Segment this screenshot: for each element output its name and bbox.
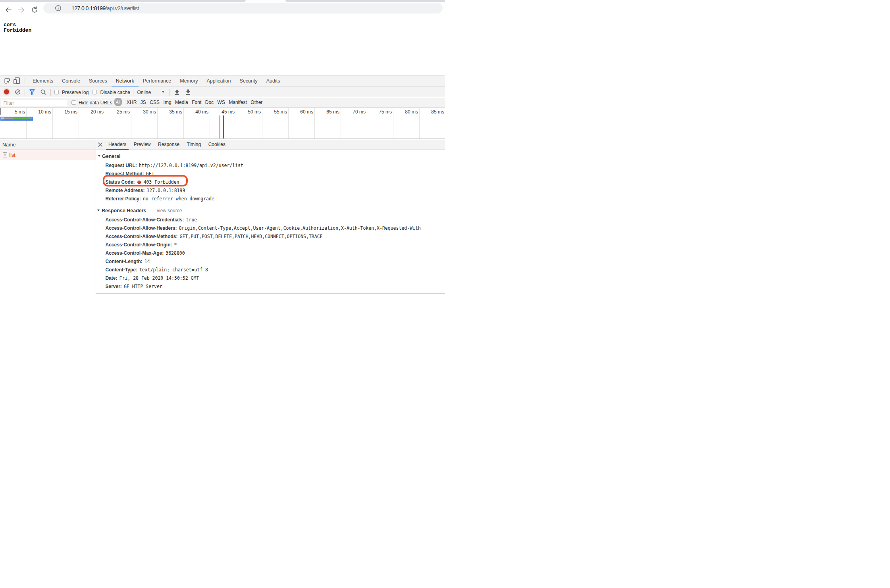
throttling-caret-icon[interactable] [162, 91, 165, 93]
name-column-header[interactable]: Name [2, 142, 15, 148]
timeline-gridline [341, 108, 341, 139]
tab-network[interactable]: Network [112, 75, 139, 86]
url-bar[interactable]: 127.0.0.1:8199/api.v2/user/list [43, 3, 443, 13]
response-header-row: Access-Control-Max-Age:3628800 [106, 250, 185, 256]
response-header-row: Date:Fri, 28 Feb 2020 14:50:52 GMT [106, 275, 199, 281]
timeline-gridline [183, 108, 184, 139]
request-name[interactable]: list [10, 152, 15, 158]
headers-tab-underline [106, 149, 129, 150]
search-icon[interactable] [40, 89, 46, 95]
request-row-list[interactable]: list [0, 150, 96, 160]
response-headers-section-title[interactable]: Response Headers [102, 208, 146, 213]
type-filter-list: XHR JS CSS Img Media Font Doc WS Manifes… [127, 98, 262, 108]
inspect-element-icon[interactable] [4, 78, 10, 84]
export-har-icon[interactable] [185, 89, 191, 95]
response-headers-disclosure-icon[interactable] [97, 209, 100, 211]
reload-icon[interactable] [31, 6, 38, 13]
document-icon [3, 152, 7, 158]
disable-cache-label: Disable cache [100, 90, 130, 95]
close-icon[interactable] [98, 142, 103, 147]
timeline-gridline [131, 108, 131, 139]
tab-sources[interactable]: Sources [85, 75, 112, 86]
timeline-gridline [367, 108, 367, 139]
response-header-row: Content-Length:14 [106, 259, 150, 264]
timeline-tick-label: 55 ms [274, 109, 287, 115]
filter-pill-ws[interactable]: WS [218, 100, 225, 105]
filter-pill-img[interactable]: Img [164, 100, 171, 105]
general-disclosure-icon[interactable] [98, 155, 100, 157]
domcontentloaded-event-line [223, 115, 224, 139]
request-table-header: Name Headers Preview Response Timing Coo… [0, 140, 445, 150]
timeline-tick-label: 40 ms [195, 109, 208, 115]
filter-input[interactable] [1, 100, 67, 107]
tab-memory[interactable]: Memory [175, 75, 202, 86]
import-har-icon[interactable] [174, 89, 180, 95]
throttling-select[interactable]: Online [137, 90, 151, 95]
preserve-log-checkbox[interactable] [54, 90, 59, 94]
tab-audits[interactable]: Audits [262, 75, 285, 86]
tab-preview[interactable]: Preview [134, 140, 151, 150]
timeline-tick-label: 50 ms [248, 109, 261, 115]
overview-request-bar [0, 117, 33, 121]
general-row-request-url: Request URL:http://127.0.0.1:8199/api.v2… [106, 163, 243, 168]
record-button[interactable] [4, 89, 9, 94]
network-toolbar: Preserve log Disable cache Online [0, 87, 445, 97]
filter-pill-all[interactable]: All [114, 98, 122, 106]
browser-toolbar: 127.0.0.1:8199/api.v2/user/list [0, 2, 445, 15]
forward-icon[interactable] [18, 6, 25, 13]
timeline-tick-label: 15 ms [64, 109, 77, 115]
timeline-tick-label: 20 ms [91, 109, 104, 115]
devtools-panel: Elements Console Sources Network Perform… [0, 75, 445, 294]
timeline-gridline [210, 108, 210, 139]
overview-segment-download [30, 117, 33, 119]
bottom-divider [96, 293, 445, 294]
timeline-gridline [262, 108, 262, 139]
view-source-link[interactable]: view source [157, 208, 182, 213]
timeline-tick-label: 5 ms [15, 109, 25, 115]
hide-data-urls-checkbox[interactable] [71, 100, 76, 105]
response-header-row: Access-Control-Allow-Origin:* [106, 242, 177, 248]
hide-data-urls-label: Hide data URLs [79, 100, 112, 106]
timeline-gridline [52, 108, 53, 139]
filter-pill-css[interactable]: CSS [150, 100, 160, 105]
column-divider[interactable] [96, 140, 96, 294]
clear-icon[interactable] [15, 89, 21, 95]
tab-security[interactable]: Security [235, 75, 262, 86]
url-text: 127.0.0.1:8199/api.v2/user/list [71, 5, 139, 12]
response-header-row: Access-Control-Allow-Headers:Origin,Cont… [106, 225, 421, 231]
general-section-title[interactable]: General [102, 154, 121, 159]
tab-timing[interactable]: Timing [187, 140, 201, 150]
filter-icon[interactable] [29, 89, 35, 95]
timeline-tick-label: 65 ms [326, 109, 339, 115]
tab-application[interactable]: Application [202, 75, 235, 86]
tab-performance[interactable]: Performance [139, 75, 176, 86]
filter-pill-xhr[interactable]: XHR [127, 100, 137, 105]
tab-elements[interactable]: Elements [28, 75, 58, 86]
filter-pill-other[interactable]: Other [250, 100, 262, 105]
timeline-gridline [393, 108, 393, 139]
load-event-line [220, 115, 220, 139]
timeline-tick-label: 70 ms [353, 109, 366, 115]
disable-cache-checkbox[interactable] [92, 90, 97, 94]
device-toolbar-icon[interactable] [13, 77, 20, 84]
back-icon[interactable] [5, 6, 12, 13]
timeline-tick-label: 75 ms [379, 109, 392, 115]
network-overview-timeline[interactable]: 5 ms10 ms15 ms20 ms25 ms30 ms35 ms40 ms4… [0, 108, 445, 139]
filter-pill-js[interactable]: JS [141, 100, 146, 105]
tab-headers[interactable]: Headers [108, 140, 126, 150]
response-header-row: Content-Type:text/plain; charset=utf-8 [106, 267, 208, 273]
filter-pill-manifest[interactable]: Manifest [229, 100, 247, 105]
timeline-gridline [105, 108, 105, 139]
tab-cookies[interactable]: Cookies [208, 140, 225, 150]
filter-pill-doc[interactable]: Doc [205, 100, 214, 105]
response-header-row: Server:GF HTTP Server [106, 284, 162, 289]
timeline-tick-label: 10 ms [38, 109, 51, 115]
timeline-tick-label: 45 ms [222, 109, 235, 115]
tab-response[interactable]: Response [158, 140, 179, 150]
tab-console[interactable]: Console [58, 75, 85, 86]
info-icon[interactable] [55, 5, 61, 11]
general-row-remote-address: Remote Address:127.0.0.1:8199 [106, 188, 185, 193]
filter-pill-media[interactable]: Media [175, 100, 188, 105]
timeline-corner-block [0, 108, 1, 115]
filter-pill-font[interactable]: Font [192, 100, 201, 105]
